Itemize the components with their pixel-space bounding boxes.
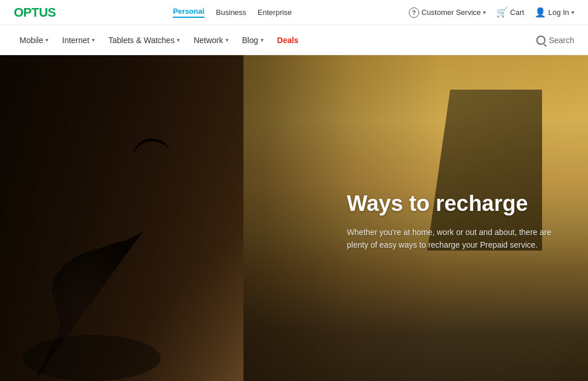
person-icon: 👤: [535, 7, 546, 18]
cart-icon: 🛒: [496, 7, 508, 18]
nav-mobile[interactable]: Mobile ▾: [14, 32, 54, 48]
hero-text-block: Ways to recharge Whether you're at home,…: [347, 191, 554, 252]
chevron-down-icon: ▾: [226, 37, 229, 43]
cart-button[interactable]: 🛒 Cart: [496, 7, 524, 18]
chevron-down-icon: ▾: [45, 37, 48, 43]
top-right-actions: ? Customer Service ▾ 🛒 Cart 👤 Log In ▾: [409, 7, 574, 18]
top-bar: OPTUS Personal Business Enterprise ? Cus…: [0, 0, 588, 25]
nav-enterprise[interactable]: Enterprise: [258, 8, 292, 17]
person-silhouette: [0, 59, 276, 381]
nav-network[interactable]: Network ▾: [188, 32, 234, 48]
nav-items-list: Mobile ▾ Internet ▾ Tablets & Watches ▾ …: [14, 32, 536, 48]
customer-service-button[interactable]: ? Customer Service ▾: [409, 7, 486, 18]
search-icon: [536, 36, 546, 45]
svg-point-0: [23, 335, 161, 381]
nav-business[interactable]: Business: [216, 8, 246, 17]
nav-deals[interactable]: Deals: [272, 32, 304, 48]
chevron-down-icon: ▾: [483, 9, 486, 16]
hero-section: Ways to recharge Whether you're at home,…: [0, 55, 588, 381]
nav-personal[interactable]: Personal: [173, 7, 204, 18]
login-button[interactable]: 👤 Log In ▾: [535, 7, 574, 18]
question-icon: ?: [409, 7, 419, 18]
hero-title: Ways to recharge: [347, 191, 554, 217]
chevron-down-icon: ▾: [92, 37, 95, 43]
nav-tablets-watches[interactable]: Tablets & Watches ▾: [103, 32, 185, 48]
nav-internet[interactable]: Internet ▾: [56, 32, 100, 48]
hero-subtitle: Whether you're at home, work or out and …: [347, 226, 554, 252]
chevron-down-icon: ▾: [261, 37, 264, 43]
optus-logo: OPTUS: [14, 5, 56, 20]
search-area[interactable]: Search: [536, 36, 574, 45]
nav-blog[interactable]: Blog ▾: [237, 32, 269, 48]
main-navigation: Mobile ▾ Internet ▾ Tablets & Watches ▾ …: [0, 25, 588, 55]
chevron-down-icon: ▾: [571, 9, 574, 16]
top-navigation: Personal Business Enterprise: [173, 7, 292, 18]
chevron-down-icon: ▾: [177, 37, 180, 43]
